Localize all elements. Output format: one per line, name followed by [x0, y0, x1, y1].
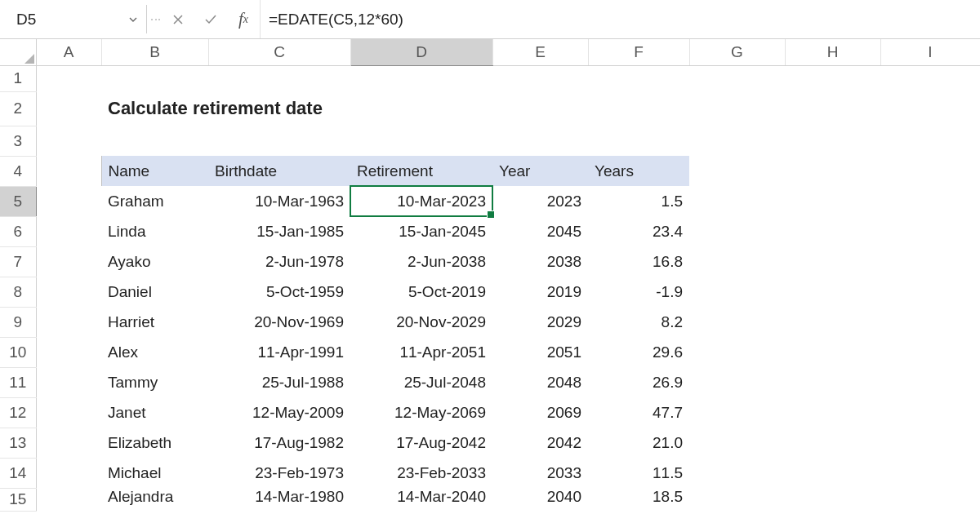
cell-year[interactable]: 2045: [492, 216, 588, 246]
cell-H4[interactable]: [785, 156, 880, 186]
col-header-A[interactable]: A: [36, 39, 101, 65]
row-header-1[interactable]: 1: [0, 65, 36, 91]
row-header-15[interactable]: 15: [0, 488, 36, 511]
cell-years[interactable]: -1.9: [588, 277, 689, 307]
cell-retirement[interactable]: 25-Jul-2048: [350, 367, 492, 397]
cell-years[interactable]: 23.4: [588, 216, 689, 246]
select-all-corner[interactable]: [0, 39, 36, 65]
table-header-year[interactable]: Year: [492, 156, 588, 186]
cell-years[interactable]: 16.8: [588, 246, 689, 277]
row-header-7[interactable]: 7: [0, 246, 36, 277]
cell-birthdate[interactable]: 11-Apr-1991: [208, 337, 350, 367]
cell-A5[interactable]: [36, 186, 101, 216]
cell-retirement[interactable]: 14-Mar-2040: [350, 488, 492, 511]
col-header-D[interactable]: D: [350, 39, 492, 65]
row-header-10[interactable]: 10: [0, 337, 36, 367]
cell-year[interactable]: 2069: [492, 397, 588, 428]
cell-years[interactable]: 11.5: [588, 458, 689, 488]
cell-A1[interactable]: [36, 65, 101, 91]
row-header-14[interactable]: 14: [0, 458, 36, 488]
cell-birthdate[interactable]: 25-Jul-1988: [208, 367, 350, 397]
cell-name[interactable]: Graham: [101, 186, 208, 216]
cell-years[interactable]: 18.5: [588, 488, 689, 511]
cell-years[interactable]: 26.9: [588, 367, 689, 397]
table-header-birthdate[interactable]: Birthdate: [208, 156, 350, 186]
col-header-F[interactable]: F: [588, 39, 689, 65]
col-header-I[interactable]: I: [880, 39, 980, 65]
cell-name[interactable]: Daniel: [101, 277, 208, 307]
row-header-9[interactable]: 9: [0, 307, 36, 337]
cancel-icon[interactable]: [162, 0, 194, 38]
row-header-13[interactable]: 13: [0, 428, 36, 458]
col-header-B[interactable]: B: [101, 39, 208, 65]
cell-F1[interactable]: [588, 65, 689, 91]
cell-birthdate[interactable]: 20-Nov-1969: [208, 307, 350, 337]
col-header-C[interactable]: C: [208, 39, 350, 65]
row-header-11[interactable]: 11: [0, 367, 36, 397]
formula-input[interactable]: =EDATE(C5,12*60): [260, 0, 980, 38]
cell-year[interactable]: 2040: [492, 488, 588, 511]
cell-year[interactable]: 2051: [492, 337, 588, 367]
cell-years[interactable]: 29.6: [588, 337, 689, 367]
cell-F3[interactable]: [588, 126, 689, 156]
cell-H2[interactable]: [785, 91, 880, 126]
cell-B3[interactable]: [101, 126, 208, 156]
cell-I2[interactable]: [880, 91, 980, 126]
row-header-5[interactable]: 5: [0, 186, 36, 216]
table-header-name[interactable]: Name: [101, 156, 208, 186]
cell-name[interactable]: Michael: [101, 458, 208, 488]
cell-name[interactable]: Linda: [101, 216, 208, 246]
row-header-6[interactable]: 6: [0, 216, 36, 246]
cell-name[interactable]: Elizabeth: [101, 428, 208, 458]
enter-icon[interactable]: [194, 0, 227, 38]
cell-birthdate[interactable]: 17-Aug-1982: [208, 428, 350, 458]
cell-A3[interactable]: [36, 126, 101, 156]
cell-retirement[interactable]: 12-May-2069: [350, 397, 492, 428]
row-header-12[interactable]: 12: [0, 397, 36, 428]
fx-icon[interactable]: fx: [227, 0, 260, 38]
cell-years[interactable]: 8.2: [588, 307, 689, 337]
worksheet[interactable]: A B C D E F G H I 1 2 Calculate retireme…: [0, 39, 980, 512]
cell-C1[interactable]: [208, 65, 350, 91]
row-header-8[interactable]: 8: [0, 277, 36, 307]
cell-retirement[interactable]: 20-Nov-2029: [350, 307, 492, 337]
cell-name[interactable]: Alejandra: [101, 488, 208, 511]
cell-G3[interactable]: [689, 126, 785, 156]
cell-birthdate[interactable]: 2-Jun-1978: [208, 246, 350, 277]
cell-year[interactable]: 2048: [492, 367, 588, 397]
col-header-H[interactable]: H: [785, 39, 880, 65]
cell-retirement[interactable]: 15-Jan-2045: [350, 216, 492, 246]
cell-year[interactable]: 2029: [492, 307, 588, 337]
cell-year[interactable]: 2019: [492, 277, 588, 307]
cell-birthdate[interactable]: 12-May-2009: [208, 397, 350, 428]
cell-H3[interactable]: [785, 126, 880, 156]
cell-years[interactable]: 21.0: [588, 428, 689, 458]
name-box[interactable]: D5: [8, 5, 147, 33]
cell-birthdate[interactable]: 10-Mar-1963: [208, 186, 350, 216]
cell-birthdate[interactable]: 23-Feb-1973: [208, 458, 350, 488]
cell-name[interactable]: Harriet: [101, 307, 208, 337]
cell-D3[interactable]: [350, 126, 492, 156]
col-header-G[interactable]: G: [689, 39, 785, 65]
cell-name[interactable]: Ayako: [101, 246, 208, 277]
cell-I1[interactable]: [880, 65, 980, 91]
cell-retirement[interactable]: 10-Mar-2023: [350, 186, 492, 216]
col-header-E[interactable]: E: [492, 39, 588, 65]
cell-F2[interactable]: [588, 91, 689, 126]
row-header-3[interactable]: 3: [0, 126, 36, 156]
cell-C3[interactable]: [208, 126, 350, 156]
cell-E3[interactable]: [492, 126, 588, 156]
page-title[interactable]: Calculate retirement date: [101, 91, 588, 126]
cell-year[interactable]: 2038: [492, 246, 588, 277]
cell-year[interactable]: 2033: [492, 458, 588, 488]
cell-H1[interactable]: [785, 65, 880, 91]
table-header-years[interactable]: Years: [588, 156, 689, 186]
cell-birthdate[interactable]: 15-Jan-1985: [208, 216, 350, 246]
cell-retirement[interactable]: 17-Aug-2042: [350, 428, 492, 458]
cell-G4[interactable]: [689, 156, 785, 186]
cell-retirement[interactable]: 11-Apr-2051: [350, 337, 492, 367]
cell-retirement[interactable]: 23-Feb-2033: [350, 458, 492, 488]
cell-retirement[interactable]: 5-Oct-2019: [350, 277, 492, 307]
cell-A2[interactable]: [36, 91, 101, 126]
cell-I4[interactable]: [880, 156, 980, 186]
